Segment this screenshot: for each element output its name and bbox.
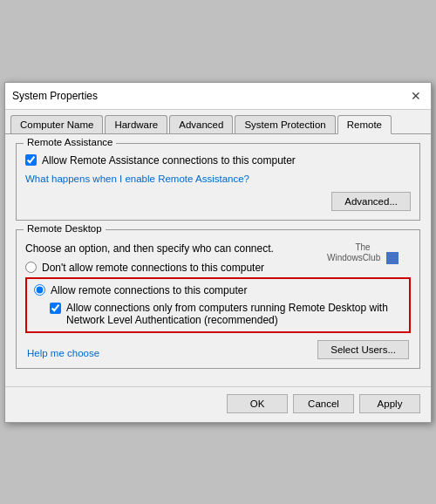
footer: OK Cancel Apply bbox=[5, 386, 431, 422]
remote-assistance-group: Remote Assistance Allow Remote Assistanc… bbox=[16, 143, 420, 221]
tab-hardware[interactable]: Hardware bbox=[105, 115, 167, 133]
remote-assistance-label: Remote Assistance bbox=[24, 137, 116, 147]
apply-button[interactable]: Apply bbox=[359, 394, 420, 413]
remote-desktop-group: Remote Desktop Choose an option, and the… bbox=[16, 229, 420, 369]
watermark-line1: The bbox=[355, 242, 370, 252]
advanced-button[interactable]: Advanced... bbox=[331, 192, 411, 211]
allow-remote-assistance-text: Allow Remote Assistance connections to t… bbox=[42, 154, 296, 167]
allow-remote-assistance-row: Allow Remote Assistance connections to t… bbox=[25, 154, 411, 167]
ok-button[interactable]: OK bbox=[227, 394, 288, 413]
help-me-choose-link[interactable]: Help me choose bbox=[27, 348, 99, 358]
radio-allow-label: Allow remote connections to this compute… bbox=[51, 284, 247, 296]
tab-bar: Computer Name Hardware Advanced System P… bbox=[5, 110, 431, 134]
tab-remote[interactable]: Remote bbox=[337, 115, 392, 134]
tab-computer-name[interactable]: Computer Name bbox=[10, 115, 103, 133]
watermark: The WindowsClub bbox=[327, 242, 399, 264]
system-properties-window: System Properties ✕ Computer Name Hardwa… bbox=[4, 82, 432, 423]
nla-checkbox-label: Allow connections only from computers ru… bbox=[66, 302, 402, 326]
watermark-line2: WindowsClub bbox=[327, 252, 380, 262]
cancel-button[interactable]: Cancel bbox=[293, 394, 354, 413]
tab-system-protection[interactable]: System Protection bbox=[235, 115, 335, 133]
rd-header: Choose an option, and then specify who c… bbox=[25, 242, 411, 255]
watermark-icon bbox=[386, 252, 399, 264]
advanced-btn-row: Advanced... bbox=[25, 192, 411, 211]
title-bar: System Properties ✕ bbox=[5, 83, 431, 110]
nla-checkbox-row: Allow connections only from computers ru… bbox=[50, 302, 402, 326]
allow-remote-assistance-checkbox[interactable] bbox=[25, 154, 37, 166]
close-button[interactable]: ✕ bbox=[408, 88, 424, 104]
radio-dont-allow-label: Don't allow remote connections to this c… bbox=[42, 262, 264, 274]
tab-content: Remote Assistance Allow Remote Assistanc… bbox=[5, 134, 431, 386]
radio-dont-allow[interactable] bbox=[25, 262, 37, 273]
nla-checkbox[interactable] bbox=[50, 303, 61, 314]
rd-bottom: Help me choose Select Users... bbox=[25, 340, 411, 359]
rd-description: Choose an option, and then specify who c… bbox=[25, 242, 274, 255]
radio-allow-row: Allow remote connections to this compute… bbox=[34, 284, 402, 296]
select-users-button[interactable]: Select Users... bbox=[317, 340, 409, 359]
window-title: System Properties bbox=[12, 90, 98, 102]
highlighted-allow-section: Allow remote connections to this compute… bbox=[25, 277, 411, 333]
remote-assistance-link[interactable]: What happens when I enable Remote Assist… bbox=[25, 174, 249, 184]
radio-allow[interactable] bbox=[34, 284, 45, 296]
remote-desktop-label: Remote Desktop bbox=[24, 223, 106, 234]
tab-advanced[interactable]: Advanced bbox=[169, 115, 233, 133]
